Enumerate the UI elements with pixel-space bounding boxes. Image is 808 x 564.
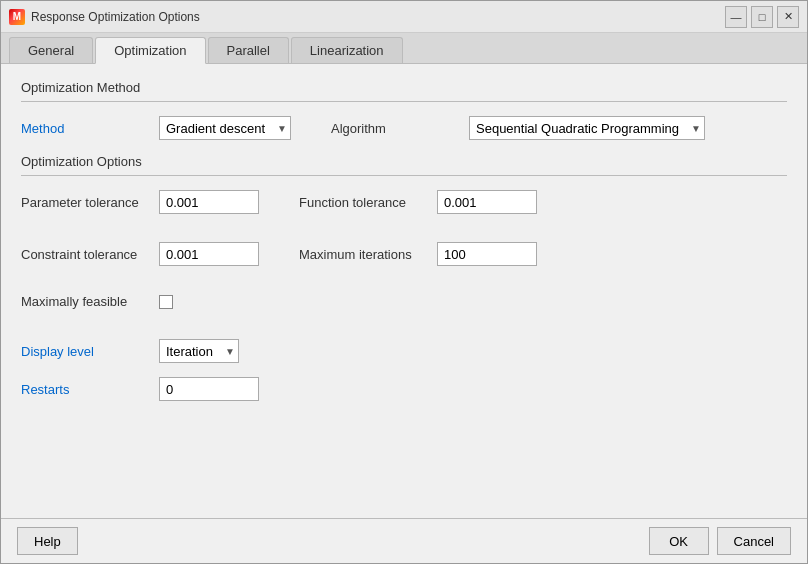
display-level-select-wrapper: Iteration None Final Detailed ▼ — [159, 339, 239, 363]
maximally-feasible-row: Maximally feasible — [21, 294, 259, 309]
app-icon: M — [9, 9, 25, 25]
options-columns: Parameter tolerance Constraint tolerance… — [21, 190, 787, 323]
title-bar: M Response Optimization Options — □ ✕ — [1, 1, 807, 33]
options-divider — [21, 175, 787, 176]
help-button[interactable]: Help — [17, 527, 78, 555]
method-item: Method Gradient descent Pattern search S… — [21, 116, 291, 140]
title-bar-left: M Response Optimization Options — [9, 9, 200, 25]
optimization-method-title: Optimization Method — [21, 80, 787, 95]
display-level-label: Display level — [21, 344, 151, 359]
function-tolerance-input[interactable] — [437, 190, 537, 214]
cancel-button[interactable]: Cancel — [717, 527, 791, 555]
algorithm-item: Algorithm Sequential Quadratic Programmi… — [331, 116, 705, 140]
function-tolerance-label: Function tolerance — [299, 195, 429, 210]
algorithm-select[interactable]: Sequential Quadratic Programming Interio… — [469, 116, 705, 140]
content-area: Optimization Method Method Gradient desc… — [1, 64, 807, 518]
tab-general[interactable]: General — [9, 37, 93, 63]
window-title: Response Optimization Options — [31, 10, 200, 24]
tab-parallel[interactable]: Parallel — [208, 37, 289, 63]
ok-button[interactable]: OK — [649, 527, 709, 555]
parameter-tolerance-input[interactable] — [159, 190, 259, 214]
restarts-input[interactable] — [159, 377, 259, 401]
method-label: Method — [21, 121, 151, 136]
restarts-label: Restarts — [21, 382, 151, 397]
minimize-button[interactable]: — — [725, 6, 747, 28]
options-right-col: Function tolerance Maximum iterations — [299, 190, 537, 323]
tab-bar: General Optimization Parallel Linearizat… — [1, 33, 807, 64]
constraint-tolerance-row: Constraint tolerance — [21, 242, 259, 266]
maximally-feasible-label: Maximally feasible — [21, 294, 151, 309]
parameter-tolerance-label: Parameter tolerance — [21, 195, 151, 210]
optimization-options-section: Optimization Options Parameter tolerance… — [21, 154, 787, 323]
display-section: Display level Iteration None Final Detai… — [21, 339, 787, 401]
maximum-iterations-label: Maximum iterations — [299, 247, 429, 262]
algorithm-label: Algorithm — [331, 121, 461, 136]
maximize-button[interactable]: □ — [751, 6, 773, 28]
options-left-col: Parameter tolerance Constraint tolerance… — [21, 190, 259, 323]
constraint-tolerance-input[interactable] — [159, 242, 259, 266]
tab-optimization[interactable]: Optimization — [95, 37, 205, 64]
tab-linearization[interactable]: Linearization — [291, 37, 403, 63]
function-tolerance-row: Function tolerance — [299, 190, 537, 214]
maximally-feasible-checkbox[interactable] — [159, 295, 173, 309]
method-divider — [21, 101, 787, 102]
display-level-row: Display level Iteration None Final Detai… — [21, 339, 787, 363]
parameter-tolerance-row: Parameter tolerance — [21, 190, 259, 214]
algorithm-select-wrapper: Sequential Quadratic Programming Interio… — [469, 116, 705, 140]
title-bar-controls: — □ ✕ — [725, 6, 799, 28]
restarts-row: Restarts — [21, 377, 787, 401]
maximum-iterations-row: Maximum iterations — [299, 242, 537, 266]
footer: Help OK Cancel — [1, 518, 807, 563]
close-button[interactable]: ✕ — [777, 6, 799, 28]
optimization-method-section: Optimization Method Method Gradient desc… — [21, 80, 787, 140]
method-select[interactable]: Gradient descent Pattern search Simplex … — [159, 116, 291, 140]
method-select-wrapper: Gradient descent Pattern search Simplex … — [159, 116, 291, 140]
method-algorithm-row: Method Gradient descent Pattern search S… — [21, 116, 787, 140]
optimization-options-title: Optimization Options — [21, 154, 787, 169]
constraint-tolerance-label: Constraint tolerance — [21, 247, 151, 262]
display-level-select[interactable]: Iteration None Final Detailed — [159, 339, 239, 363]
footer-right: OK Cancel — [649, 527, 791, 555]
main-window: M Response Optimization Options — □ ✕ Ge… — [0, 0, 808, 564]
maximum-iterations-input[interactable] — [437, 242, 537, 266]
